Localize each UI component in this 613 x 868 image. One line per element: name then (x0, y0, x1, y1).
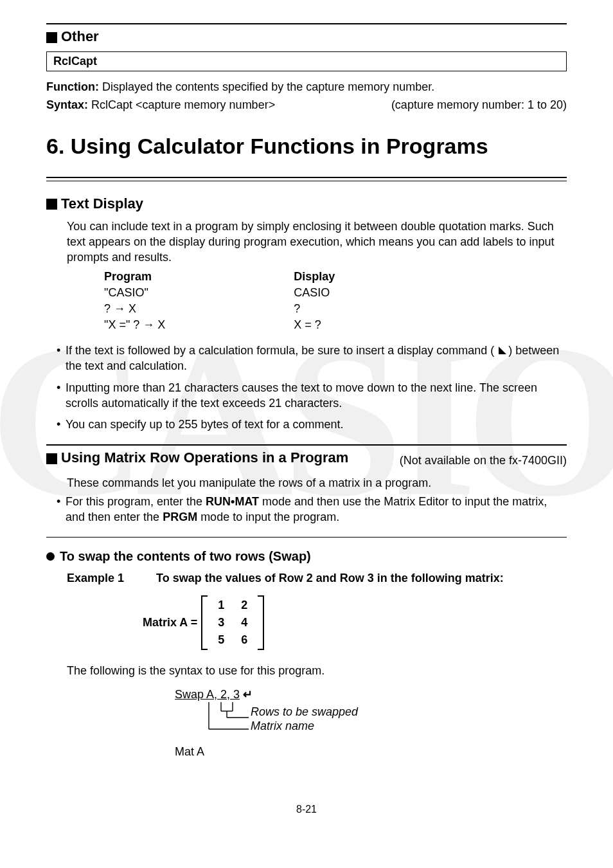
rule-sec3 (46, 444, 567, 446)
display-command-icon (499, 347, 506, 354)
col-head-program: Program (104, 270, 165, 284)
matrix-display: Matrix A = 12 34 56 (143, 595, 567, 650)
rule-swap (46, 537, 567, 538)
bullet-icon: • (57, 494, 66, 525)
bullet-1a: If the text is followed by a calculation… (66, 344, 497, 357)
text-display-intro: You can include text in a program by sim… (67, 219, 567, 266)
list-item: • Inputting more than 21 characters caus… (57, 381, 567, 411)
b1b: RUN•MAT (206, 495, 259, 508)
table-cell: CASIO (294, 286, 335, 300)
syntax-text: RclCapt <capture memory number> (88, 98, 275, 111)
bullet-text: If the text is followed by a calculation… (66, 343, 567, 374)
section-text-display-heading: Text Display (46, 195, 567, 212)
function-line: Function: Displayed the contents specifi… (46, 79, 567, 95)
left-bracket-icon (201, 595, 208, 650)
matrix-cell: 2 (241, 599, 247, 612)
function-label: Function: (46, 80, 99, 93)
bullet-icon: • (57, 381, 66, 411)
section-other-title: Other (61, 28, 99, 45)
list-item: • You can specify up to 255 bytes of tex… (57, 417, 567, 433)
command-name: RclCapt (53, 55, 97, 68)
table-row: 12 (218, 597, 247, 614)
section-matrix-ops-title: Using Matrix Row Operations in a Program (61, 449, 348, 466)
annotation-rows: Rows to be swapped (251, 705, 613, 719)
swap-syntax-block: Swap A, 2, 3 ↵ Rows to be swapped Matrix… (175, 687, 567, 786)
swap-title: To swap the contents of two rows (Swap) (60, 549, 311, 564)
example-text: To swap the values of Row 2 and Row 3 in… (156, 572, 567, 585)
availability-note: (Not available on the fx-7400GII) (400, 454, 567, 467)
table-cell: "X =" ? → X (104, 318, 165, 332)
syntax-right-note: (capture memory number: 1 to 20) (391, 97, 567, 113)
col-head-display: Display (294, 270, 335, 284)
bullet-text: You can specify up to 255 bytes of text … (66, 417, 567, 433)
matrix-cell: 6 (241, 633, 247, 647)
matrix-label: Matrix A = (143, 616, 197, 629)
chapter-title: 6. Using Calculator Functions in Program… (46, 134, 567, 159)
rule-under-title-1 (46, 177, 567, 178)
syntax-line: Syntax: RclCapt <capture memory number> … (46, 97, 567, 113)
bullet-text: For this program, enter the RUN•MAT mode… (66, 494, 567, 525)
table-row: 56 (218, 631, 247, 649)
example-label: Example 1 (67, 572, 124, 585)
b1e: mode to input the program. (197, 511, 339, 523)
rule-under-title-2 (46, 181, 567, 181)
table-cell: X = ? (294, 318, 335, 332)
table-cell: ? (294, 302, 335, 316)
matrix-cell: 3 (218, 616, 224, 629)
program-column: Program "CASIO" ? → X "X =" ? → X (104, 270, 165, 332)
rule-top (46, 23, 567, 24)
bullet-text: Inputting more than 21 characters causes… (66, 381, 567, 411)
syntax-label: Syntax: (46, 98, 88, 111)
example-line: Example 1 To swap the values of Row 2 an… (67, 572, 567, 585)
command-box: RclCapt (46, 51, 567, 71)
annotation-name: Matrix name (251, 719, 613, 734)
matrix-ops-p1: These commands let you manipulate the ro… (67, 475, 567, 491)
matrix-cell: 1 (218, 599, 224, 612)
dot-icon (46, 552, 55, 561)
table-row: 34 (218, 614, 247, 631)
matrix-cell: 4 (241, 616, 247, 629)
swap-heading: To swap the contents of two rows (Swap) (46, 549, 567, 564)
table-cell: ? → X (104, 302, 165, 316)
section-text-display-title: Text Display (61, 195, 143, 212)
square-bullet-icon (46, 453, 57, 464)
page-number: 8-21 (46, 804, 567, 815)
square-bullet-icon (46, 32, 57, 43)
swap-syntax-intro: The following is the syntax to use for t… (67, 663, 567, 678)
section-matrix-ops-heading: Using Matrix Row Operations in a Program… (46, 449, 567, 467)
table-cell: "CASIO" (104, 286, 165, 300)
display-column: Display CASIO ? X = ? (294, 270, 335, 332)
list-item: • For this program, enter the RUN•MAT mo… (57, 494, 567, 525)
text-display-bullets: • If the text is followed by a calculati… (57, 343, 567, 433)
bullet-icon: • (57, 417, 66, 433)
matrix-ops-bullets: • For this program, enter the RUN•MAT mo… (57, 494, 567, 525)
section-other-heading: Other (46, 28, 567, 45)
matrix-cell: 5 (218, 633, 224, 647)
square-bullet-icon (46, 199, 57, 210)
mat-a-line: Mat A (175, 745, 567, 759)
function-text: Displayed the contents specified by the … (99, 80, 434, 93)
swap-command-line: Swap A, 2, 3 ↵ (175, 687, 567, 701)
program-display-table: Program "CASIO" ? → X "X =" ? → X Displa… (104, 270, 567, 332)
right-bracket-icon (258, 595, 264, 650)
swap-command-text: Swap A, 2, 3 (175, 688, 240, 701)
b1d: PRGM (163, 511, 197, 523)
return-icon: ↵ (243, 688, 253, 701)
bullet-icon: • (57, 343, 66, 374)
b1a: For this program, enter the (66, 495, 206, 508)
matrix-body: 12 34 56 (208, 595, 258, 650)
list-item: • If the text is followed by a calculati… (57, 343, 567, 374)
